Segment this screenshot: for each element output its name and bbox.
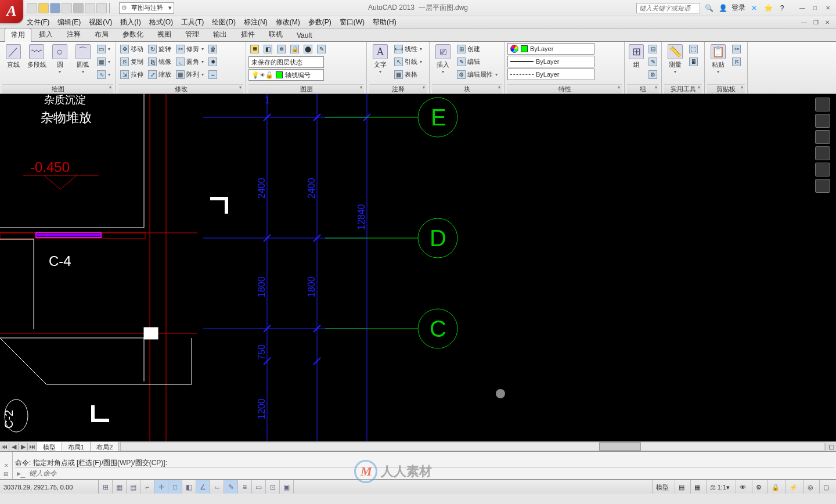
steering-wheel-icon[interactable] (815, 114, 830, 128)
first-tab-icon[interactable]: ⏮ (0, 443, 9, 451)
copy-button[interactable]: ⎘复制 (118, 56, 145, 68)
stretch-button[interactable]: ⇲拉伸 (118, 69, 145, 81)
drawing-area[interactable]: E D C 杂质沉淀 杂物堆放 C-4 -0.450 C-2 2400 2400… (0, 94, 836, 441)
3dosnap-icon[interactable]: ◧ (182, 480, 196, 494)
panel-clipboard-title[interactable]: 剪贴板 (707, 84, 745, 93)
clean-screen-icon[interactable]: ▢ (819, 480, 833, 494)
cut-button[interactable]: ✂ (730, 43, 743, 55)
login-label[interactable]: 登录 (732, 3, 745, 13)
trim-button[interactable]: ✂修剪▾ (174, 43, 206, 55)
leader-button[interactable]: ↖引线▾ (392, 56, 424, 68)
spline-button[interactable]: ∿▾ (95, 69, 112, 81)
erase-button[interactable]: 🗑 (207, 43, 219, 55)
ribtab-annotate[interactable]: 注释 (60, 27, 87, 41)
tab-model[interactable]: 模型 (37, 442, 62, 451)
ribtab-output[interactable]: 输出 (207, 27, 233, 41)
insert-block-button[interactable]: ⎚插入▾ (432, 43, 454, 75)
layer-iso-button[interactable]: ◧ (262, 43, 274, 55)
layer-selector[interactable]: 💡☀🔓轴线编号 (248, 69, 324, 81)
annotation-scale[interactable]: ⚖ 1:1▾ (706, 480, 733, 494)
arc-button[interactable]: ⌒圆弧▾ (72, 43, 94, 75)
rectangle-button[interactable]: ▭▾ (95, 43, 112, 55)
qp-icon[interactable]: ⊡ (266, 480, 280, 494)
ribtab-vault[interactable]: Vault (290, 29, 318, 41)
quickview-drawings-icon[interactable]: ▦ (690, 480, 704, 494)
table-button[interactable]: ▦表格 (392, 69, 424, 81)
ducs-icon[interactable]: ⌙ (210, 480, 224, 494)
tab-layout1[interactable]: 布局1 (62, 442, 91, 451)
panel-properties-title[interactable]: 特性 (507, 84, 622, 93)
doc-restore-icon[interactable]: ❐ (810, 19, 821, 26)
app-logo[interactable]: A (0, 0, 23, 23)
move-button[interactable]: ✥移动 (118, 43, 145, 55)
ribtab-online[interactable]: 联机 (262, 27, 289, 41)
menu-format[interactable]: 格式(O) (149, 17, 173, 27)
group-button[interactable]: ⊞组 (627, 43, 646, 70)
showmotion-icon[interactable] (815, 179, 830, 193)
offset-button[interactable]: ⫠ (207, 69, 219, 81)
annotation-visibility-icon[interactable]: 👁 (736, 480, 749, 494)
next-tab-icon[interactable]: ▶ (19, 443, 28, 451)
menu-insert[interactable]: 插入(I) (120, 17, 140, 27)
menu-view[interactable]: 视图(V) (89, 17, 112, 27)
line-button[interactable]: ／直线 (2, 43, 24, 70)
panel-block-title[interactable]: 块 (432, 84, 502, 93)
scrollbar-thumb[interactable] (599, 442, 642, 451)
rotate-button[interactable]: ↻旋转 (146, 43, 173, 55)
qat-open-icon[interactable] (38, 3, 49, 13)
explode-button[interactable]: ✹ (207, 56, 219, 68)
quickview-layouts-icon[interactable]: ▤ (675, 480, 688, 494)
quickcalc-button[interactable]: 🖩 (687, 56, 700, 68)
qat-saveas-icon[interactable] (62, 3, 72, 13)
menu-edit[interactable]: 编辑(E) (57, 17, 81, 27)
array-button[interactable]: ▦阵列▾ (174, 69, 206, 81)
prev-tab-icon[interactable]: ◀ (9, 443, 19, 451)
hatch-button[interactable]: ▦▾ (95, 56, 112, 68)
sc-icon[interactable]: ▣ (280, 480, 294, 494)
hardware-accel-icon[interactable]: ⚡ (785, 480, 801, 494)
toolbar-lock-icon[interactable]: 🔒 (767, 480, 783, 494)
panel-utilities-title[interactable]: 实用工具 (664, 84, 702, 93)
panel-modify-title[interactable]: 修改 (118, 84, 243, 93)
panel-layer-title[interactable]: 图层 (248, 84, 364, 93)
menu-dimension[interactable]: 标注(N) (244, 17, 268, 27)
qat-new-icon[interactable] (27, 3, 37, 13)
linetype-selector[interactable]: ByLayer (507, 69, 594, 80)
menu-help[interactable]: 帮助(H) (373, 17, 397, 27)
workspace-selector[interactable]: 草图与注释 (119, 2, 174, 14)
favorite-icon[interactable]: ⭐ (763, 3, 773, 13)
scale-button[interactable]: ⤢缩放 (146, 69, 173, 81)
qat-redo-icon[interactable] (96, 3, 107, 13)
layer-off-button[interactable]: ⬤ (302, 43, 314, 55)
dyn-icon[interactable]: ✎ (224, 480, 238, 494)
panel-group-title[interactable]: 组 (627, 84, 659, 93)
create-block-button[interactable]: ⊞创建 (455, 43, 499, 55)
polyline-button[interactable]: 〰多段线 (26, 43, 48, 70)
orbit-icon[interactable] (815, 163, 830, 177)
grid-icon[interactable]: ▤ (127, 480, 140, 494)
menu-modify[interactable]: 修改(M) (276, 17, 300, 27)
menu-parametric[interactable]: 参数(P) (308, 17, 331, 27)
text-button[interactable]: A文字▾ (369, 43, 391, 75)
edit-attr-button[interactable]: ⚙编辑属性▾ (455, 69, 499, 81)
help-icon[interactable]: ? (777, 3, 787, 13)
linear-dim-button[interactable]: ⟷线性▾ (392, 43, 424, 55)
group-mgr-button[interactable]: ⚙ (647, 69, 659, 81)
menu-draw[interactable]: 绘图(D) (212, 17, 236, 27)
ribtab-plugins[interactable]: 插件 (235, 27, 261, 41)
command-input[interactable] (29, 469, 834, 478)
minimize-icon[interactable]: — (797, 5, 808, 11)
ribtab-layout[interactable]: 布局 (88, 27, 115, 41)
coordinates-display[interactable]: 30378.29, 2921.75, 0.00 (0, 480, 99, 494)
search-icon[interactable]: 🔍 (704, 3, 714, 13)
menu-window[interactable]: 窗口(W) (340, 17, 365, 27)
group-edit-button[interactable]: ✎ (647, 56, 659, 68)
tab-layout2[interactable]: 布局2 (91, 442, 119, 451)
otrack-icon[interactable]: ∠ (196, 480, 210, 494)
ribtab-home[interactable]: 常用 (5, 28, 31, 42)
ribtab-view[interactable]: 视图 (151, 27, 178, 41)
lineweight-selector[interactable]: ByLayer (507, 56, 594, 67)
isolate-objects-icon[interactable]: ◎ (803, 480, 817, 494)
qat-save-icon[interactable] (50, 3, 60, 13)
panel-draw-title[interactable]: 绘图 (2, 84, 113, 93)
